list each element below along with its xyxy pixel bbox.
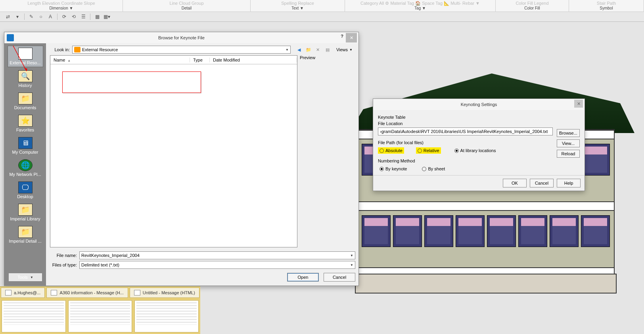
- list-header: Name▲ Type Date Modified: [50, 56, 297, 64]
- filename-field[interactable]: RevitKeynotes_Imperial_2004: [79, 251, 355, 259]
- keynoting-settings-dialog: Keynoting Settings ✕ Keynote Table File …: [373, 98, 585, 191]
- taskbar: a.Hughes@... A360 information - Message …: [0, 286, 200, 334]
- kn-title-bar: Keynoting Settings ✕: [373, 99, 585, 110]
- text-panel-label[interactable]: Text ▼: [291, 6, 304, 12]
- file-location-label: File Location: [378, 121, 553, 126]
- qa-icon-7[interactable]: ⟲: [70, 13, 78, 20]
- desktop-icon: 🖵: [18, 181, 33, 193]
- radio-library[interactable]: At library locations: [453, 147, 498, 154]
- taskbar-thumb-2[interactable]: [68, 300, 132, 332]
- browse-dialog: Browse for Keynote File ? ✕ ☁ External R…: [4, 32, 359, 286]
- place-my-computer[interactable]: 🖥 My Computer: [8, 135, 43, 156]
- close-icon[interactable]: ✕: [346, 33, 357, 42]
- radio-absolute[interactable]: Absolute: [378, 147, 404, 154]
- taskbar-tab-2[interactable]: A360 information - Message (H...: [46, 288, 128, 298]
- folder-icon: 📁: [18, 204, 33, 216]
- taskbar-tab-3[interactable]: Untitled - Message (HTML): [130, 288, 199, 298]
- new-folder-icon[interactable]: ▤: [324, 46, 331, 53]
- qa-icon-3[interactable]: ✎: [27, 13, 35, 20]
- radio-relative[interactable]: Relative: [416, 147, 441, 154]
- taskbar-tab-1[interactable]: a.Hughes@...: [1, 288, 45, 298]
- star-folder-icon: ⭐: [18, 115, 33, 127]
- tag-panel-label[interactable]: Tag ▼: [414, 6, 426, 12]
- reload-button[interactable]: Reload: [557, 150, 580, 158]
- lookin-combo[interactable]: External Resource: [72, 46, 291, 54]
- qa-icon-8[interactable]: ☰: [79, 13, 87, 20]
- qa-icon-5[interactable]: A: [46, 13, 54, 20]
- qa-icon-10[interactable]: ▦▾: [103, 13, 111, 20]
- ribbon-group-dimension: Length Elevation Coordinate Slope Dimens…: [0, 0, 123, 12]
- place-imperial-library[interactable]: 📁 Imperial Library: [8, 202, 43, 223]
- app-icon: [7, 34, 14, 41]
- ribbon-group-detail: Line Cloud Group Detail: [123, 0, 251, 12]
- col-type[interactable]: Type: [190, 58, 210, 62]
- tools-button[interactable]: Tools: [8, 273, 42, 282]
- open-button[interactable]: Open: [287, 273, 319, 282]
- browse-title: Browse for Keynote File: [158, 35, 205, 40]
- col-date[interactable]: Date Modified: [210, 58, 297, 62]
- up-folder-icon[interactable]: 📁: [305, 46, 312, 53]
- place-network[interactable]: 🌐 My Network Pl...: [8, 158, 43, 178]
- qa-icon-1[interactable]: ⇄: [4, 13, 12, 20]
- mail-icon: [134, 290, 140, 295]
- file-area: Look in: External Resource ◀ 📁 ✕ ▤ Views…: [46, 43, 358, 286]
- ribbon-group-colorfill: Color Fill Legend Color Fill: [496, 0, 569, 12]
- browse-button[interactable]: Browse...: [557, 129, 580, 137]
- arrow-annotation: [12, 45, 28, 73]
- help-button[interactable]: Help: [557, 179, 581, 187]
- detail-panel-label: Detail: [182, 6, 192, 12]
- svg-line-0: [13, 46, 27, 71]
- delete-icon[interactable]: ✕: [314, 46, 322, 53]
- file-path-label: File Path (for local files): [378, 140, 553, 145]
- place-desktop[interactable]: 🖵 Desktop: [8, 180, 43, 201]
- place-favorites[interactable]: ⭐ Favorites: [8, 113, 43, 134]
- computer-icon: 🖥: [18, 137, 33, 149]
- filename-label: File name:: [50, 253, 77, 258]
- close-icon[interactable]: ✕: [574, 100, 583, 108]
- qa-icon-4[interactable]: ○: [37, 13, 45, 20]
- browse-title-bar: Browse for Keynote File ? ✕: [4, 32, 358, 43]
- back-icon[interactable]: ◀: [295, 46, 303, 53]
- taskbar-thumb-1[interactable]: [2, 300, 66, 332]
- preview-label: Preview: [300, 55, 355, 60]
- network-icon: 🌐: [18, 159, 33, 171]
- mail-icon: [5, 290, 12, 295]
- folder-icon: 📁: [18, 226, 33, 238]
- ok-button[interactable]: OK: [503, 179, 527, 187]
- qa-icon-2[interactable]: ▾: [13, 13, 21, 20]
- cancel-button[interactable]: Cancel: [530, 179, 554, 187]
- taskbar-thumb-3[interactable]: [134, 300, 199, 332]
- kn-title: Keynoting Settings: [461, 102, 497, 107]
- radio-by-sheet[interactable]: By sheet: [420, 166, 447, 172]
- dimension-panel-label[interactable]: Dimension ▼: [50, 6, 73, 12]
- radio-icon: [418, 149, 422, 153]
- folder-icon: 📁: [18, 93, 33, 104]
- ribbon-group-symbol: Stair Path Symbol: [569, 0, 644, 12]
- radio-icon: [454, 149, 459, 153]
- view-button[interactable]: View...: [557, 139, 580, 147]
- places-bar: ☁ External Reso... 🔍 History 📁 Documents…: [4, 43, 46, 286]
- radio-icon: [422, 167, 426, 171]
- views-button[interactable]: Views: [334, 46, 355, 53]
- qa-icon-6[interactable]: ⟳: [60, 13, 68, 20]
- resource-icon: [74, 47, 80, 52]
- place-documents[interactable]: 📁 Documents: [8, 91, 43, 112]
- place-imperial-detail[interactable]: 📁 Imperial Detail ...: [8, 224, 43, 245]
- qa-icon-9[interactable]: ▦: [93, 13, 101, 20]
- filetype-label: Files of type:: [50, 263, 77, 267]
- col-name[interactable]: Name▲: [50, 58, 190, 62]
- keynote-table-label: Keynote Table: [378, 115, 553, 120]
- ribbon: Length Elevation Coordinate Slope Dimens…: [0, 0, 644, 12]
- cancel-button[interactable]: Cancel: [324, 273, 355, 282]
- ribbon-group-text: Spelling Replace Text ▼: [251, 0, 345, 12]
- help-icon[interactable]: ?: [341, 34, 343, 39]
- filetype-field[interactable]: Delimited text (*.txt): [79, 261, 355, 269]
- file-list[interactable]: Name▲ Type Date Modified: [50, 55, 297, 247]
- red-annotation-box: [62, 71, 201, 93]
- radio-by-keynote[interactable]: By keynote: [378, 166, 408, 172]
- file-location-field[interactable]: [378, 127, 553, 135]
- svg-marker-1: [24, 68, 27, 71]
- symbol-panel-label: Symbol: [600, 6, 613, 12]
- mail-icon: [51, 290, 57, 295]
- radio-icon: [380, 149, 384, 153]
